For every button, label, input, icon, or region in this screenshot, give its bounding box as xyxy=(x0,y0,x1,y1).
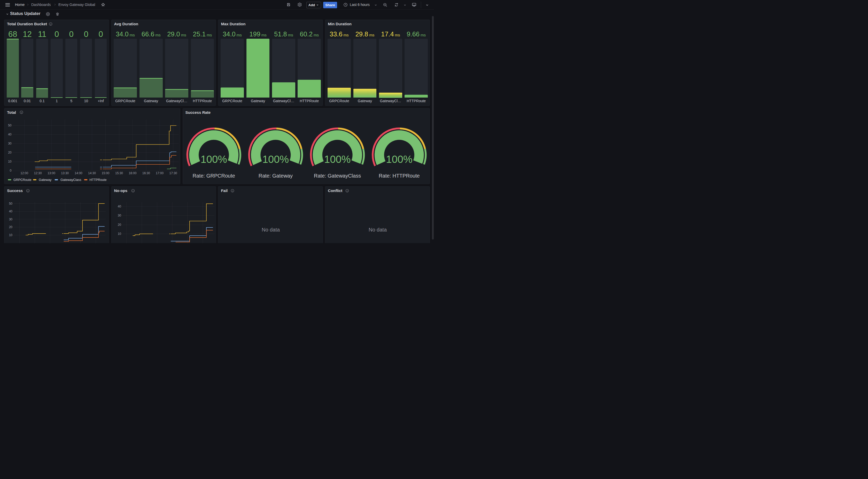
svg-text:0: 0 xyxy=(10,169,11,172)
svg-text:13:30: 13:30 xyxy=(61,171,69,175)
svg-text:14:30: 14:30 xyxy=(88,171,96,175)
svg-text:12:30: 12:30 xyxy=(34,171,42,175)
svg-text:GatewayClass: GatewayClass xyxy=(60,178,81,181)
svg-text:HTTPRoute: HTTPRoute xyxy=(90,178,107,181)
svg-text:Rate: GRPCRoute: Rate: GRPCRoute xyxy=(192,173,235,178)
svg-text:10: 10 xyxy=(9,233,13,237)
svg-text:15:30: 15:30 xyxy=(115,171,123,175)
svg-text:Rate: HTTPRoute: Rate: HTTPRoute xyxy=(379,173,420,178)
svg-text:17:30: 17:30 xyxy=(169,171,177,175)
svg-text:20: 20 xyxy=(118,223,121,226)
svg-text:40: 40 xyxy=(8,133,11,136)
svg-text:40: 40 xyxy=(9,210,13,213)
svg-text:16:00: 16:00 xyxy=(129,171,137,175)
svg-text:100%: 100% xyxy=(386,153,412,165)
svg-text:100%: 100% xyxy=(262,153,288,165)
svg-text:Gateway: Gateway xyxy=(39,178,52,181)
svg-text:12:00: 12:00 xyxy=(21,171,28,175)
svg-text:GRPCRoute: GRPCRoute xyxy=(13,178,31,181)
svg-text:Rate: GatewayClass: Rate: GatewayClass xyxy=(314,173,361,178)
svg-text:Rate: Gateway: Rate: Gateway xyxy=(258,173,292,178)
svg-text:13:00: 13:00 xyxy=(48,171,55,175)
svg-text:30: 30 xyxy=(8,142,11,145)
svg-text:10: 10 xyxy=(118,232,121,236)
svg-text:30: 30 xyxy=(9,217,13,221)
svg-text:50: 50 xyxy=(9,202,13,205)
svg-text:10: 10 xyxy=(8,160,11,163)
svg-text:20: 20 xyxy=(8,151,11,154)
svg-text:100%: 100% xyxy=(200,153,227,165)
svg-text:30: 30 xyxy=(118,214,121,217)
svg-text:15:00: 15:00 xyxy=(102,171,110,175)
svg-text:17:00: 17:00 xyxy=(156,171,163,175)
svg-text:14:00: 14:00 xyxy=(75,171,83,175)
svg-text:50: 50 xyxy=(8,124,11,127)
svg-text:16:30: 16:30 xyxy=(142,171,150,175)
svg-text:20: 20 xyxy=(9,225,13,229)
svg-text:40: 40 xyxy=(118,205,121,208)
svg-text:100%: 100% xyxy=(324,153,350,165)
